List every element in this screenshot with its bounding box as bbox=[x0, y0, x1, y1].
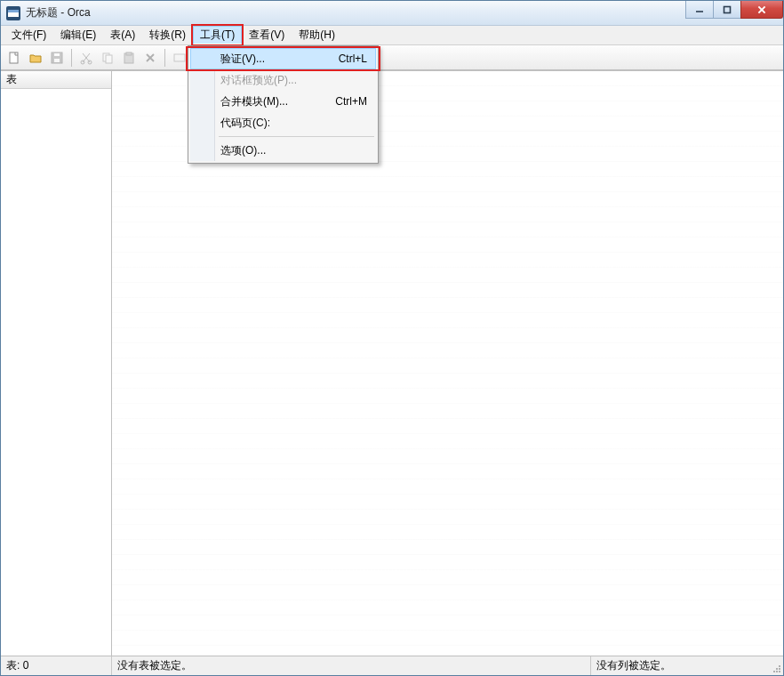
menu-validate[interactable]: 验证(V)... Ctrl+L bbox=[190, 48, 376, 69]
menu-label: 查看(V) bbox=[249, 28, 284, 43]
menu-transform[interactable]: 转换(R) bbox=[142, 26, 193, 44]
menu-file[interactable]: 文件(F) bbox=[4, 26, 53, 44]
menu-item-label: 对话框预览(P)... bbox=[220, 73, 297, 88]
status-column-selection: 没有列被选定。 bbox=[591, 656, 769, 675]
toolbar-extra1[interactable] bbox=[170, 48, 189, 68]
tables-header-label: 表 bbox=[6, 72, 17, 87]
toolbar-separator bbox=[164, 49, 165, 67]
paste-icon bbox=[122, 51, 136, 65]
new-file-button[interactable] bbox=[4, 48, 24, 68]
svg-rect-15 bbox=[126, 52, 132, 55]
menu-item-label: 选项(O)... bbox=[220, 143, 266, 158]
svg-rect-6 bbox=[10, 52, 18, 63]
open-button[interactable] bbox=[26, 48, 45, 68]
menu-options[interactable]: 选项(O)... bbox=[190, 140, 376, 161]
save-icon bbox=[50, 51, 64, 65]
copy-button[interactable] bbox=[98, 48, 117, 68]
menu-separator bbox=[219, 136, 374, 137]
status-bar: 表: 0 没有表被选定。 没有列被选定。 bbox=[1, 656, 783, 675]
svg-point-21 bbox=[773, 671, 775, 672]
menu-label: 工具(T) bbox=[200, 28, 235, 43]
menu-label: 编辑(E) bbox=[60, 28, 96, 43]
save-button[interactable] bbox=[47, 48, 67, 68]
app-window: 无标题 - Orca 文件(F) 编辑(E) 表(A) 转换(R) 工具(T) … bbox=[0, 0, 784, 676]
window-controls bbox=[686, 1, 783, 19]
delete-icon bbox=[143, 51, 157, 65]
menu-dialog-preview[interactable]: 对话框预览(P)... bbox=[190, 69, 376, 91]
tables-pane: 表 bbox=[1, 71, 112, 656]
copy-icon bbox=[100, 51, 115, 65]
menu-label: 转换(R) bbox=[149, 28, 186, 43]
cut-icon bbox=[79, 51, 93, 65]
close-button[interactable] bbox=[740, 1, 783, 19]
status-table-selection: 没有表被选定。 bbox=[112, 656, 591, 675]
svg-rect-16 bbox=[174, 54, 185, 61]
tools-dropdown: 验证(V)... Ctrl+L 对话框预览(P)... 合并模块(M)... C… bbox=[188, 45, 379, 164]
svg-rect-3 bbox=[724, 6, 731, 12]
tables-header[interactable]: 表 bbox=[1, 71, 111, 89]
menu-item-label: 验证(V)... bbox=[220, 52, 265, 67]
menu-label: 表(A) bbox=[110, 28, 135, 43]
delete-button[interactable] bbox=[140, 48, 160, 68]
maximize-button[interactable] bbox=[713, 1, 741, 19]
menu-merge-modules[interactable]: 合并模块(M)... Ctrl+M bbox=[190, 91, 376, 112]
svg-point-23 bbox=[779, 665, 780, 667]
menu-help[interactable]: 帮助(H) bbox=[292, 26, 342, 44]
cut-button[interactable] bbox=[76, 48, 96, 68]
svg-rect-1 bbox=[8, 10, 19, 12]
status-table-count: 表: 0 bbox=[1, 656, 112, 675]
menu-table[interactable]: 表(A) bbox=[103, 26, 142, 44]
menu-item-shortcut: Ctrl+M bbox=[335, 95, 367, 108]
svg-point-22 bbox=[776, 668, 778, 670]
menu-view[interactable]: 查看(V) bbox=[242, 26, 292, 44]
open-folder-icon bbox=[28, 51, 43, 65]
window-title: 无标题 - Orca bbox=[26, 5, 91, 20]
svg-point-19 bbox=[776, 671, 778, 672]
tables-list[interactable] bbox=[1, 89, 111, 656]
menu-label: 帮助(H) bbox=[299, 28, 335, 43]
svg-rect-8 bbox=[54, 59, 60, 62]
svg-rect-9 bbox=[54, 53, 60, 56]
new-file-icon bbox=[7, 51, 21, 65]
title-bar: 无标题 - Orca bbox=[1, 1, 783, 26]
paste-button[interactable] bbox=[119, 48, 139, 68]
menu-bar: 文件(F) 编辑(E) 表(A) 转换(R) 工具(T) 查看(V) 帮助(H) bbox=[1, 26, 783, 45]
menu-edit[interactable]: 编辑(E) bbox=[53, 26, 103, 44]
client-area: 表 bbox=[1, 70, 783, 656]
resize-grip[interactable] bbox=[769, 656, 783, 675]
menu-tools[interactable]: 工具(T) bbox=[193, 26, 242, 44]
menu-label: 文件(F) bbox=[12, 28, 46, 43]
svg-point-18 bbox=[779, 671, 780, 672]
tool-icon bbox=[172, 51, 187, 65]
svg-rect-13 bbox=[106, 55, 112, 63]
toolbar-separator bbox=[71, 49, 72, 67]
menu-item-shortcut: Ctrl+L bbox=[339, 52, 367, 65]
minimize-button[interactable] bbox=[685, 1, 714, 19]
toolbar bbox=[1, 45, 783, 70]
svg-point-20 bbox=[779, 668, 780, 670]
app-icon bbox=[6, 6, 20, 20]
menu-item-label: 代码页(C): bbox=[220, 116, 270, 131]
menu-codepage[interactable]: 代码页(C): bbox=[190, 112, 376, 133]
menu-item-label: 合并模块(M)... bbox=[220, 94, 288, 109]
